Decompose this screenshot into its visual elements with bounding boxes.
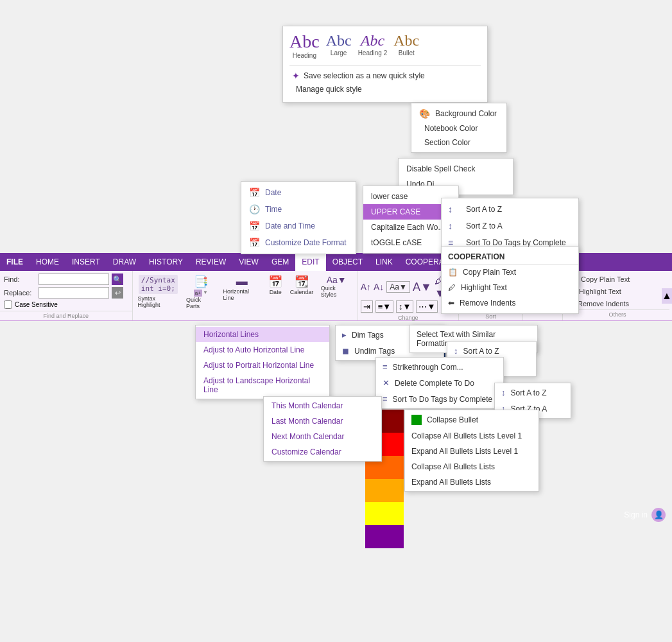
bg-color-dropdown: 🎨 Background Color Notebook Color Sectio… <box>411 103 507 153</box>
insert-group: //Syntaxint i=0; Syntax Highlight 📑 a+▼ … <box>133 271 358 320</box>
last-month-item[interactable]: Last Month Calendar <box>264 413 381 429</box>
menu-link[interactable]: LINK <box>369 253 399 271</box>
qs-manage[interactable]: Manage quick style <box>289 83 481 96</box>
align-button[interactable]: ≡▼ <box>375 300 393 313</box>
date-time-item[interactable]: 📅 Date and Time <box>241 218 356 234</box>
sort3-a-z[interactable]: ↕ Sort A to Z <box>495 385 571 401</box>
expand-all-level1-item[interactable]: Expand All Bullets Lists Level 1 <box>405 444 538 459</box>
menu-object[interactable]: OBJECT <box>326 253 369 271</box>
menu-review[interactable]: REVIEW <box>189 253 232 271</box>
color-swatch-purple[interactable] <box>365 525 404 548</box>
highlight-label: Highlight Text <box>461 283 507 292</box>
qs-heading2[interactable]: Abc Heading 2 <box>358 33 388 59</box>
sort2-az-icon: ↕ <box>454 346 458 356</box>
qs-bullet-text: Abc <box>393 33 419 48</box>
qs-divider <box>289 65 481 66</box>
hline-item-1[interactable]: Adjust to Auto Horizontal Line <box>196 342 329 358</box>
delete-icon: ✕ <box>383 378 390 388</box>
sort-tags-label: Sort To Do Tags by Complete <box>393 395 493 404</box>
sort-a-z-icon: ↕ <box>448 204 461 214</box>
copy-plain-text-coop[interactable]: 📋 Copy Plain Text <box>442 265 578 280</box>
notebook-color-item[interactable]: Notebook Color <box>411 121 506 135</box>
delete-complete-item[interactable]: ✕ Delete Complete To Do <box>376 375 503 391</box>
collapse-all-level1-item[interactable]: Collapse All Bullets Lists Level 1 <box>405 428 538 444</box>
qs-large-text: Abc <box>326 33 352 48</box>
customize-cal-item[interactable]: Customize Calendar <box>264 444 381 460</box>
menu-view[interactable]: VIEW <box>232 253 265 271</box>
font-size-larger[interactable]: A↑ <box>361 282 371 292</box>
font-name[interactable]: Aa▼ <box>386 281 410 293</box>
calendar-button[interactable]: 📆 Calendar <box>288 273 316 297</box>
quick-styles-button[interactable]: Aa▼ Quick Styles <box>318 273 355 299</box>
horizontal-line-button[interactable]: ▬ Horizontal Line <box>221 273 264 302</box>
highlight-text-button[interactable]: 🖊Highlight Text <box>565 286 669 297</box>
menu-insert[interactable]: INSERT <box>65 253 107 271</box>
next-month-item[interactable]: Next Month Calendar <box>264 429 381 444</box>
sort3-az-icon: ↕ <box>501 388 506 397</box>
dim-tags-label: Dim Tags <box>352 331 384 340</box>
syntax-highlight-button[interactable]: //Syntaxint i=0; Syntax Highlight <box>135 273 182 309</box>
menu-file[interactable]: FILE <box>0 253 30 271</box>
quick-parts-button[interactable]: 📑 a+▼ Quick Parts <box>184 273 218 311</box>
find-search-button[interactable]: 🔍 <box>112 273 123 285</box>
menu-draw[interactable]: DRAW <box>107 253 142 271</box>
quick-styles-dropdown: Abc Heading Abc Large Abc Heading 2 Abc … <box>282 26 488 103</box>
remove-indents-coop[interactable]: ⬅ Remove Indents <box>442 295 578 311</box>
color-swatch-yellow[interactable] <box>365 502 404 525</box>
hline-item-0[interactable]: Horizontal Lines <box>196 327 329 342</box>
spacing-button[interactable]: ↕▼ <box>396 300 413 313</box>
menu-gem1[interactable]: GEM <box>265 253 295 271</box>
customize-date-icon: 📅 <box>249 238 260 248</box>
text-color-button[interactable]: A▼ <box>413 281 432 294</box>
replace-input[interactable] <box>39 287 109 299</box>
time-label: Time <box>265 205 282 214</box>
sign-in-area[interactable]: Sign in 👤 <box>624 506 666 524</box>
qs-heading-text: Abc <box>289 33 320 51</box>
qs-large[interactable]: Abc Large <box>326 33 352 59</box>
menu-edit[interactable]: EDIT <box>295 253 325 271</box>
bg-color-item[interactable]: 🎨 Background Color <box>411 106 506 121</box>
case-sensitive-checkbox[interactable] <box>4 300 12 309</box>
qs-save-selection[interactable]: ✦ Save selection as a new quick style <box>289 69 481 83</box>
replace-button[interactable]: ↩ <box>112 287 123 299</box>
remove-indents-button[interactable]: ⬅Remove Indents <box>565 298 669 309</box>
more-button[interactable]: ⋯▼ <box>416 300 438 313</box>
qs-heading[interactable]: Abc Heading <box>289 33 320 59</box>
collapse-all-item[interactable]: Collapse All Bullets Lists <box>405 459 538 474</box>
strikethrough-item[interactable]: ≡ Strikethrough Com... <box>376 359 503 375</box>
sort-todo-label: Sort To Do Tags by Complete <box>466 238 566 247</box>
section-color-item[interactable]: Section Color <box>411 135 506 150</box>
hline-item-3[interactable]: Adjust to Landscape Horizontal Line <box>196 373 329 397</box>
sort-a-to-z[interactable]: ↕ Sort A to Z <box>442 201 578 218</box>
time-item[interactable]: 🕐 Time <box>241 201 356 218</box>
date-time-label: Date and Time <box>265 221 315 230</box>
expand-all-item[interactable]: Expand All Bullets Lists <box>405 474 538 490</box>
undim-tags-icon: ◼ <box>342 346 349 356</box>
qs-large-label: Large <box>331 49 347 56</box>
font-size-smaller[interactable]: A↓ <box>374 282 384 292</box>
hline-item-2[interactable]: Adjust to Portrait Horizontal Line <box>196 358 329 373</box>
customize-date-item[interactable]: 📅 Customize Date Format <box>241 234 356 251</box>
qs-bullet[interactable]: Abc Bullet <box>393 33 419 59</box>
disable-spell-check[interactable]: Disable Spell Check <box>399 161 513 177</box>
time-icon: 🕐 <box>249 204 260 214</box>
qs-heading2-text: Abc <box>361 33 384 48</box>
highlight-text-coop[interactable]: 🖊 Highlight Text <box>442 280 578 295</box>
sort-tags-item[interactable]: ≡ Sort To Do Tags by Complete <box>376 391 503 407</box>
qs-styles-row: Abc Heading Abc Large Abc Heading 2 Abc … <box>289 33 481 59</box>
ribbon-collapse-button[interactable]: ▲ <box>662 288 672 304</box>
cooperation-label: COOPERATION <box>442 250 578 265</box>
find-input[interactable] <box>39 273 109 285</box>
menu-home[interactable]: HOME <box>30 253 65 271</box>
date-button[interactable]: 📅 Date <box>266 273 285 297</box>
collapse-bullet-item[interactable]: Collapse Bullet <box>405 412 538 428</box>
sort-z-to-a[interactable]: ↕ Sort Z to A <box>442 218 578 234</box>
sort-tags-icon: ≡ <box>383 394 388 404</box>
color-swatch-darkyellow[interactable] <box>365 479 404 502</box>
copy-plain-text-button[interactable]: 📋Copy Plain Text <box>565 273 669 284</box>
date-item[interactable]: 📅 Date <box>241 184 356 201</box>
indent-button[interactable]: ⇥ <box>361 300 373 313</box>
this-month-item[interactable]: This Month Calendar <box>264 398 381 413</box>
actions-dropdown: ≡ Strikethrough Com... ✕ Delete Complete… <box>375 357 504 409</box>
menu-history[interactable]: HISTORY <box>142 253 189 271</box>
